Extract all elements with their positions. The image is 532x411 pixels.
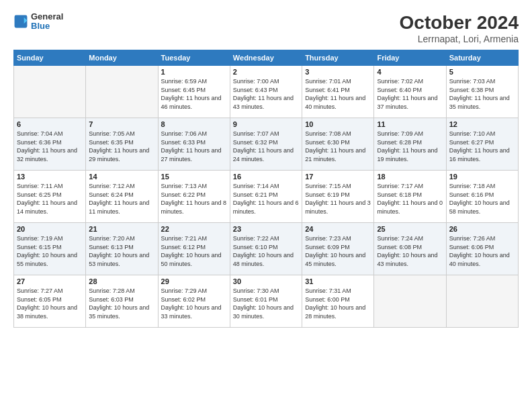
col-monday: Monday <box>86 50 158 66</box>
day-info: Sunrise: 7:18 AM Sunset: 6:16 PM Dayligh… <box>449 182 515 216</box>
day-info: Sunrise: 7:19 AM Sunset: 6:15 PM Dayligh… <box>17 234 83 268</box>
day-number: 4 <box>377 68 443 76</box>
day-info: Sunrise: 6:59 AM Sunset: 6:45 PM Dayligh… <box>161 77 227 111</box>
table-row: 23Sunrise: 7:22 AM Sunset: 6:10 PM Dayli… <box>230 223 302 275</box>
table-row: 11Sunrise: 7:09 AM Sunset: 6:28 PM Dayli… <box>374 118 446 171</box>
col-sunday: Sunday <box>14 50 86 66</box>
day-info: Sunrise: 7:26 AM Sunset: 6:06 PM Dayligh… <box>449 234 515 268</box>
logo-text: General Blue <box>31 12 63 32</box>
calendar-title: October 2024 <box>400 12 519 34</box>
day-number: 7 <box>89 120 154 128</box>
col-tuesday: Tuesday <box>158 50 230 66</box>
calendar-table: Sunday Monday Tuesday Wednesday Thursday… <box>13 50 519 328</box>
day-info: Sunrise: 7:07 AM Sunset: 6:32 PM Dayligh… <box>233 130 299 163</box>
day-number: 18 <box>377 173 443 181</box>
page: General Blue October 2024 Lerrnapat, Lor… <box>0 0 532 411</box>
table-row: 24Sunrise: 7:23 AM Sunset: 6:09 PM Dayli… <box>302 223 374 275</box>
day-number: 8 <box>161 120 227 128</box>
day-info: Sunrise: 7:11 AM Sunset: 6:25 PM Dayligh… <box>17 182 83 216</box>
col-wednesday: Wednesday <box>230 50 302 66</box>
day-number: 13 <box>17 173 83 181</box>
day-number: 27 <box>17 277 83 285</box>
table-row <box>374 275 446 328</box>
day-info: Sunrise: 7:17 AM Sunset: 6:18 PM Dayligh… <box>377 182 443 216</box>
logo-line1: General <box>31 12 63 21</box>
day-info: Sunrise: 7:13 AM Sunset: 6:22 PM Dayligh… <box>161 182 227 216</box>
day-number: 23 <box>233 225 299 233</box>
logo: General Blue <box>13 12 63 32</box>
day-info: Sunrise: 7:15 AM Sunset: 6:19 PM Dayligh… <box>305 182 371 216</box>
day-number: 16 <box>233 173 299 181</box>
table-row: 30Sunrise: 7:30 AM Sunset: 6:01 PM Dayli… <box>230 275 302 328</box>
day-info: Sunrise: 7:29 AM Sunset: 6:02 PM Dayligh… <box>161 287 227 320</box>
table-row: 29Sunrise: 7:29 AM Sunset: 6:02 PM Dayli… <box>158 275 230 328</box>
day-number: 29 <box>161 277 227 285</box>
day-number: 22 <box>161 225 227 233</box>
table-row: 19Sunrise: 7:18 AM Sunset: 6:16 PM Dayli… <box>446 171 518 223</box>
day-number: 2 <box>233 68 299 76</box>
day-number: 21 <box>89 225 154 233</box>
table-row: 16Sunrise: 7:14 AM Sunset: 6:21 PM Dayli… <box>230 171 302 223</box>
table-row: 20Sunrise: 7:19 AM Sunset: 6:15 PM Dayli… <box>14 223 86 275</box>
day-number: 30 <box>233 277 299 285</box>
day-info: Sunrise: 7:12 AM Sunset: 6:24 PM Dayligh… <box>89 182 154 216</box>
table-row: 28Sunrise: 7:28 AM Sunset: 6:03 PM Dayli… <box>86 275 158 328</box>
day-number: 28 <box>89 277 154 285</box>
calendar-header-row: Sunday Monday Tuesday Wednesday Thursday… <box>14 50 519 66</box>
day-info: Sunrise: 7:00 AM Sunset: 6:43 PM Dayligh… <box>233 77 299 111</box>
table-row: 27Sunrise: 7:27 AM Sunset: 6:05 PM Dayli… <box>14 275 86 328</box>
col-friday: Friday <box>374 50 446 66</box>
day-info: Sunrise: 7:21 AM Sunset: 6:12 PM Dayligh… <box>161 234 227 268</box>
day-number: 6 <box>17 120 83 128</box>
table-row: 6Sunrise: 7:04 AM Sunset: 6:36 PM Daylig… <box>14 118 86 171</box>
table-row: 17Sunrise: 7:15 AM Sunset: 6:19 PM Dayli… <box>302 171 374 223</box>
day-number: 24 <box>305 225 371 233</box>
day-number: 9 <box>233 120 299 128</box>
day-info: Sunrise: 7:24 AM Sunset: 6:08 PM Dayligh… <box>377 234 443 268</box>
day-info: Sunrise: 7:28 AM Sunset: 6:03 PM Dayligh… <box>89 287 154 320</box>
day-number: 19 <box>449 173 515 181</box>
col-thursday: Thursday <box>302 50 374 66</box>
day-number: 31 <box>305 277 371 285</box>
day-number: 17 <box>305 173 371 181</box>
col-saturday: Saturday <box>446 50 518 66</box>
day-info: Sunrise: 7:31 AM Sunset: 6:00 PM Dayligh… <box>305 287 371 320</box>
table-row <box>446 275 518 328</box>
table-row: 12Sunrise: 7:10 AM Sunset: 6:27 PM Dayli… <box>446 118 518 171</box>
day-number: 1 <box>161 68 227 76</box>
table-row: 13Sunrise: 7:11 AM Sunset: 6:25 PM Dayli… <box>14 171 86 223</box>
day-info: Sunrise: 7:02 AM Sunset: 6:40 PM Dayligh… <box>377 77 443 111</box>
day-info: Sunrise: 7:01 AM Sunset: 6:41 PM Dayligh… <box>305 77 371 111</box>
table-row: 31Sunrise: 7:31 AM Sunset: 6:00 PM Dayli… <box>302 275 374 328</box>
table-row: 26Sunrise: 7:26 AM Sunset: 6:06 PM Dayli… <box>446 223 518 275</box>
table-row: 15Sunrise: 7:13 AM Sunset: 6:22 PM Dayli… <box>158 171 230 223</box>
calendar-subtitle: Lerrnapat, Lori, Armenia <box>400 34 519 44</box>
day-number: 3 <box>305 68 371 76</box>
day-number: 26 <box>449 225 515 233</box>
day-info: Sunrise: 7:22 AM Sunset: 6:10 PM Dayligh… <box>233 234 299 268</box>
day-info: Sunrise: 7:09 AM Sunset: 6:28 PM Dayligh… <box>377 130 443 163</box>
day-info: Sunrise: 7:27 AM Sunset: 6:05 PM Dayligh… <box>17 287 83 320</box>
logo-icon <box>13 14 28 29</box>
day-number: 15 <box>161 173 227 181</box>
table-row: 3Sunrise: 7:01 AM Sunset: 6:41 PM Daylig… <box>302 66 374 118</box>
table-row: 1Sunrise: 6:59 AM Sunset: 6:45 PM Daylig… <box>158 66 230 118</box>
day-number: 12 <box>449 120 515 128</box>
day-info: Sunrise: 7:10 AM Sunset: 6:27 PM Dayligh… <box>449 130 515 163</box>
day-info: Sunrise: 7:20 AM Sunset: 6:13 PM Dayligh… <box>89 234 154 268</box>
table-row <box>14 66 86 118</box>
header: General Blue October 2024 Lerrnapat, Lor… <box>13 12 519 44</box>
table-row <box>86 66 158 118</box>
day-number: 11 <box>377 120 443 128</box>
title-block: October 2024 Lerrnapat, Lori, Armenia <box>400 12 519 44</box>
day-info: Sunrise: 7:06 AM Sunset: 6:33 PM Dayligh… <box>161 130 227 163</box>
day-info: Sunrise: 7:23 AM Sunset: 6:09 PM Dayligh… <box>305 234 371 268</box>
day-number: 14 <box>89 173 154 181</box>
table-row: 2Sunrise: 7:00 AM Sunset: 6:43 PM Daylig… <box>230 66 302 118</box>
day-info: Sunrise: 7:04 AM Sunset: 6:36 PM Dayligh… <box>17 130 83 163</box>
day-number: 10 <box>305 120 371 128</box>
table-row: 10Sunrise: 7:08 AM Sunset: 6:30 PM Dayli… <box>302 118 374 171</box>
table-row: 4Sunrise: 7:02 AM Sunset: 6:40 PM Daylig… <box>374 66 446 118</box>
table-row: 21Sunrise: 7:20 AM Sunset: 6:13 PM Dayli… <box>86 223 158 275</box>
table-row: 7Sunrise: 7:05 AM Sunset: 6:35 PM Daylig… <box>86 118 158 171</box>
